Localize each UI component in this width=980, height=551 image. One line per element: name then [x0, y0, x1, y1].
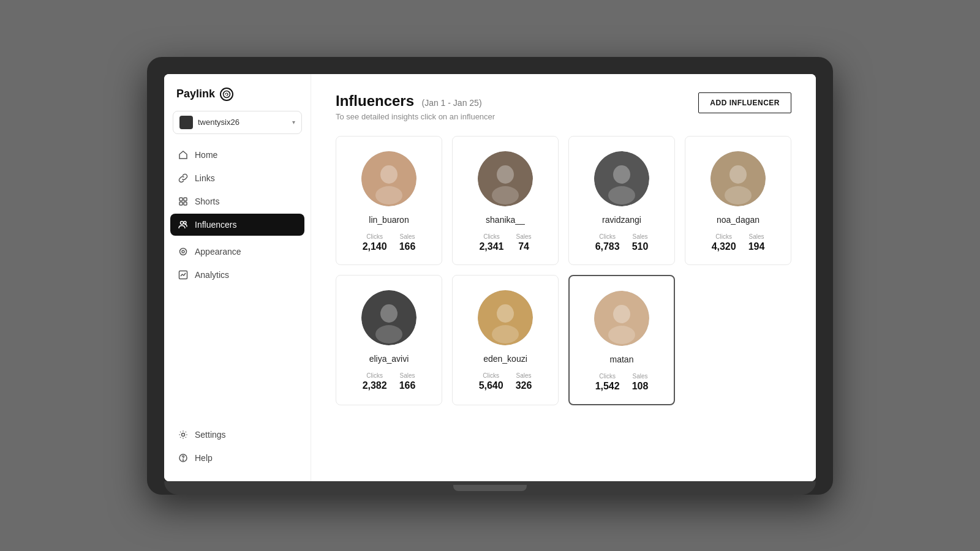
sales-stat: Sales 108 [632, 373, 649, 392]
influencer-card[interactable]: eden_kouzi Clicks 5,640 Sales 326 [452, 275, 559, 405]
sales-label: Sales [633, 373, 648, 380]
svg-point-0 [224, 91, 230, 97]
influencer-card[interactable]: eliya_avivi Clicks 2,382 Sales 166 [336, 275, 442, 405]
clicks-stat: Clicks 2,382 [363, 372, 387, 391]
svg-point-27 [375, 325, 402, 343]
sidebar-label-home: Home [195, 150, 217, 160]
svg-point-17 [497, 165, 514, 184]
appearance-icon [178, 246, 189, 257]
add-influencer-button[interactable]: ADD INFLUENCER [698, 92, 791, 113]
clicks-value: 1,542 [595, 381, 620, 392]
sales-label: Sales [749, 233, 764, 240]
svg-point-14 [380, 165, 398, 184]
clicks-stat: Clicks 1,542 [595, 373, 620, 392]
sidebar-item-home[interactable]: Home [170, 144, 304, 166]
svg-point-8 [182, 250, 184, 253]
influencer-stats: Clicks 4,320 Sales 194 [712, 233, 765, 252]
sidebar-item-settings[interactable]: Settings [170, 424, 304, 446]
influencer-avatar [594, 151, 649, 206]
sidebar-item-links[interactable]: Links [170, 167, 304, 189]
svg-rect-4 [184, 202, 187, 205]
svg-point-29 [497, 304, 514, 323]
workspace-selector[interactable]: twentysix26 ▾ [173, 111, 302, 134]
logo-icon [220, 88, 233, 101]
influencer-avatar [710, 151, 766, 206]
svg-point-6 [184, 221, 186, 223]
chevron-down-icon: ▾ [292, 119, 295, 126]
clicks-stat: Clicks 5,640 [479, 372, 503, 391]
sidebar-label-appearance: Appearance [195, 247, 241, 257]
clicks-stat: Clicks 6,783 [595, 233, 620, 252]
clicks-value: 5,640 [479, 380, 503, 391]
sales-value: 194 [748, 241, 765, 252]
svg-point-21 [608, 186, 635, 204]
sidebar-item-shorts[interactable]: Shorts [170, 190, 304, 212]
sales-label: Sales [633, 233, 648, 240]
svg-point-26 [380, 304, 398, 323]
svg-rect-2 [184, 198, 187, 201]
influencer-card[interactable]: shanika__ Clicks 2,341 Sales 74 [452, 136, 559, 265]
influencer-username: eden_kouzi [483, 354, 527, 364]
clicks-stat: Clicks 2,140 [363, 233, 387, 252]
grid-icon [178, 196, 189, 207]
clicks-value: 6,783 [595, 241, 620, 252]
clicks-stat: Clicks 4,320 [712, 233, 736, 252]
page-title-area: Influencers (Jan 1 - Jan 25) To see deta… [336, 92, 495, 121]
sidebar-label-influencers: Influencers [195, 220, 236, 230]
sales-label: Sales [516, 372, 532, 379]
link-icon [178, 173, 189, 184]
clicks-label: Clicks [599, 373, 616, 380]
svg-rect-1 [179, 198, 183, 201]
influencer-card[interactable]: lin_buaron Clicks 2,140 Sales 166 [336, 136, 442, 265]
svg-point-24 [725, 186, 752, 204]
sales-value: 326 [516, 380, 532, 391]
influencer-avatar [361, 151, 417, 206]
sidebar-item-influencers[interactable]: Influencers [170, 214, 304, 236]
svg-point-23 [729, 165, 747, 184]
sidebar-label-shorts: Shorts [195, 197, 219, 206]
clicks-value: 2,382 [363, 380, 387, 391]
svg-point-30 [492, 325, 519, 343]
sales-stat: Sales 326 [516, 372, 532, 391]
svg-rect-3 [179, 202, 183, 205]
analytics-icon [178, 269, 189, 280]
clicks-value: 2,341 [479, 241, 503, 252]
page-date-range: (Jan 1 - Jan 25) [422, 98, 482, 108]
svg-point-10 [182, 433, 185, 436]
clicks-label: Clicks [366, 233, 383, 240]
svg-point-32 [613, 305, 630, 323]
influencer-avatar [478, 151, 533, 206]
influencer-stats: Clicks 6,783 Sales 510 [595, 233, 649, 252]
nav-list: Home Links [164, 144, 311, 418]
sidebar-label-links: Links [195, 173, 215, 183]
influencer-avatar [594, 291, 649, 346]
influencer-card[interactable]: matan Clicks 1,542 Sales 108 [568, 275, 675, 405]
sales-label: Sales [516, 233, 532, 240]
home-icon [178, 149, 189, 160]
influencer-stats: Clicks 2,382 Sales 166 [363, 372, 416, 391]
clicks-label: Clicks [715, 233, 732, 240]
influencer-username: shanika__ [486, 215, 525, 225]
influencer-username: matan [610, 354, 634, 364]
sidebar-bottom: Settings Help [164, 418, 311, 481]
svg-point-18 [492, 186, 519, 204]
svg-point-5 [181, 221, 184, 224]
sidebar-item-analytics[interactable]: Analytics [170, 264, 304, 286]
sales-value: 166 [399, 380, 416, 391]
help-icon [178, 452, 189, 463]
page-title: Influencers [336, 92, 414, 109]
sidebar-item-help[interactable]: Help [170, 447, 304, 469]
workspace-name: twentysix26 [198, 118, 287, 127]
influencer-stats: Clicks 5,640 Sales 326 [479, 372, 532, 391]
main-content: Influencers (Jan 1 - Jan 25) To see deta… [311, 74, 816, 481]
influencer-card[interactable]: noa_dagan Clicks 4,320 Sales 194 [685, 136, 791, 265]
influencer-grid: lin_buaron Clicks 2,140 Sales 166 shanik… [336, 136, 791, 405]
sales-stat: Sales 166 [399, 372, 416, 391]
sidebar-item-appearance[interactable]: Appearance [170, 241, 304, 263]
svg-point-12 [183, 459, 183, 460]
sidebar-label-settings: Settings [195, 430, 226, 440]
sales-label: Sales [400, 233, 415, 240]
workspace-avatar [179, 116, 193, 129]
influencer-card[interactable]: ravidzangi Clicks 6,783 Sales 510 [568, 136, 675, 265]
clicks-label: Clicks [599, 233, 616, 240]
